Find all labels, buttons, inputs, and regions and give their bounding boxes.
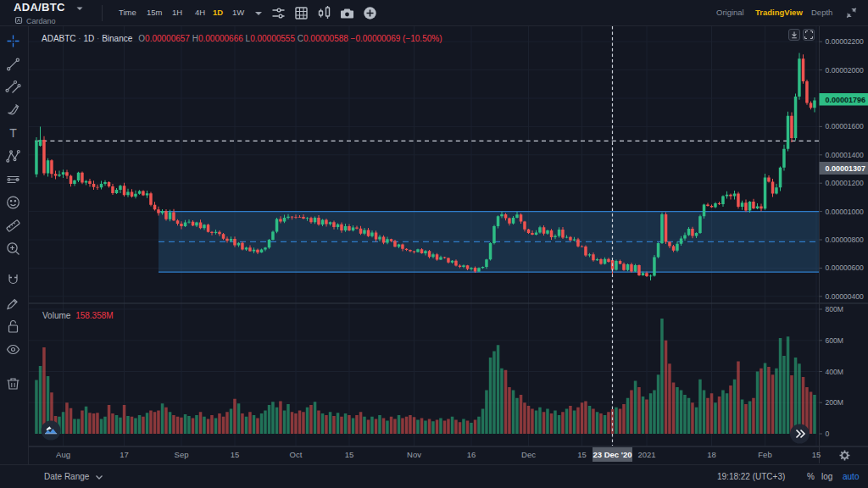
svg-text:0.00001600: 0.00001600 xyxy=(826,122,865,130)
svg-text:18: 18 xyxy=(707,450,716,459)
svg-text:Nov: Nov xyxy=(407,450,421,459)
svg-text:600M: 600M xyxy=(826,336,844,345)
svg-text:Dec: Dec xyxy=(521,450,536,459)
svg-text:T: T xyxy=(9,126,17,140)
svg-text:0.00001400: 0.00001400 xyxy=(826,151,865,159)
svg-text:0: 0 xyxy=(826,430,830,438)
svg-text:0.00001307: 0.00001307 xyxy=(826,164,866,173)
svg-text:Sep: Sep xyxy=(175,450,189,459)
svg-text:0.00001796: 0.00001796 xyxy=(826,96,866,104)
svg-text:0.00000400: 0.00000400 xyxy=(826,292,865,301)
svg-text:15: 15 xyxy=(812,450,821,459)
svg-text:15: 15 xyxy=(345,450,354,459)
svg-text:0.00002200: 0.00002200 xyxy=(826,37,865,46)
svg-text:Feb: Feb xyxy=(758,450,771,459)
svg-text:0.00001200: 0.00001200 xyxy=(826,179,865,187)
svg-text:23 Dec '20: 23 Dec '20 xyxy=(593,450,632,459)
svg-text:0.00000800: 0.00000800 xyxy=(826,236,865,244)
svg-text:16: 16 xyxy=(467,450,476,459)
svg-text:15: 15 xyxy=(231,450,240,459)
svg-text:2021: 2021 xyxy=(637,450,655,459)
svg-text:200M: 200M xyxy=(826,398,844,407)
svg-text:17: 17 xyxy=(120,450,129,459)
svg-text:Oct: Oct xyxy=(290,450,303,459)
svg-text:0.00002000: 0.00002000 xyxy=(826,66,865,75)
svg-text:0.00001000: 0.00001000 xyxy=(826,208,865,216)
svg-text:400M: 400M xyxy=(826,368,844,376)
svg-text:800M: 800M xyxy=(826,305,844,313)
svg-text:15: 15 xyxy=(577,450,587,459)
svg-text:0.00000600: 0.00000600 xyxy=(826,263,865,272)
svg-text:Aug: Aug xyxy=(56,450,70,459)
